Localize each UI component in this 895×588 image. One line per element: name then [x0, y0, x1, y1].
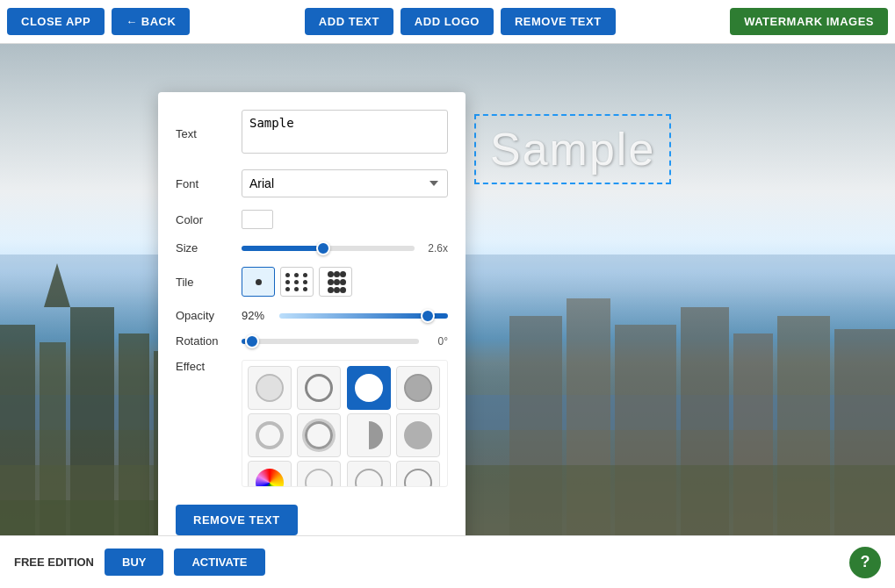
effect-medium-ring-icon — [355, 469, 383, 487]
effect-outline-icon — [305, 374, 333, 402]
rotation-slider-thumb — [245, 334, 259, 348]
close-app-button[interactable]: CLOSE APP — [7, 8, 105, 35]
rotation-label: Rotation — [176, 334, 233, 348]
opacity-control: 92% — [242, 309, 448, 322]
color-row: Color — [176, 210, 448, 229]
effect-half-icon — [355, 421, 383, 449]
size-slider-thumb — [316, 241, 330, 255]
help-button[interactable]: ? — [849, 547, 881, 578]
remove-text-panel-button[interactable]: REMOVE TEXT — [176, 505, 298, 535]
effect-none-icon — [256, 374, 284, 402]
rotation-control: 0° — [242, 335, 448, 348]
watermark-preview[interactable]: Sample — [474, 114, 671, 184]
back-button[interactable]: ← BACK — [112, 8, 190, 35]
tile-large-button[interactable] — [319, 267, 352, 297]
add-logo-button[interactable]: ADD LOGO — [401, 8, 494, 35]
size-slider-container: 2.6x — [242, 242, 448, 255]
buy-button[interactable]: BUY — [105, 549, 163, 576]
font-control: Arial Times New Roman Helvetica Georgia … — [242, 169, 448, 197]
single-dot-icon — [256, 279, 262, 285]
toolbar-center-group: ADD TEXT ADD LOGO REMOVE TEXT — [305, 8, 616, 35]
tile-options — [242, 267, 352, 297]
effect-large-ring[interactable] — [396, 461, 440, 487]
opacity-label: Opacity — [176, 309, 233, 322]
color-label: Color — [176, 213, 233, 226]
text-input[interactable]: Sample — [242, 110, 448, 154]
font-row: Font Arial Times New Roman Helvetica Geo… — [176, 169, 448, 197]
remove-text-button[interactable]: REMOVE TEXT — [501, 8, 616, 35]
effect-row: Effect — [176, 360, 448, 487]
effect-thin-ring[interactable] — [297, 461, 341, 487]
opacity-slider-thumb — [421, 309, 435, 323]
effect-large-ring-icon — [404, 469, 432, 487]
tile-medium-button[interactable] — [280, 267, 314, 297]
effect-gray[interactable] — [396, 413, 440, 457]
effect-ring-icon — [256, 421, 284, 449]
effect-none[interactable] — [248, 366, 292, 410]
activate-button[interactable]: ACTIVATE — [174, 549, 264, 576]
rotation-row: Rotation 0° — [176, 334, 448, 348]
effect-thin-ring-icon — [305, 469, 333, 487]
effect-color-icon — [256, 469, 284, 487]
effect-solid-icon — [404, 374, 432, 402]
opacity-value: 92% — [242, 309, 272, 322]
medium-dots-icon — [285, 273, 309, 291]
size-label: Size — [176, 241, 233, 255]
opacity-row: Opacity 92% — [176, 309, 448, 322]
watermark-text: Sample — [490, 124, 655, 175]
toolbar: CLOSE APP ← BACK ADD TEXT ADD LOGO REMOV… — [0, 0, 895, 44]
main-canvas: Sample Text Sample Font Arial Times New … — [0, 44, 895, 535]
effect-filled-icon — [355, 374, 383, 402]
color-swatch[interactable] — [242, 210, 273, 229]
effect-solid[interactable] — [396, 366, 440, 410]
effect-grid — [242, 361, 447, 487]
watermark-images-button[interactable]: WATERMARK IMAGES — [730, 8, 888, 35]
tile-label: Tile — [176, 276, 233, 289]
size-value: 2.6x — [422, 242, 448, 255]
size-slider-track[interactable] — [242, 246, 415, 251]
tile-single-button[interactable] — [242, 267, 275, 297]
font-label: Font — [176, 177, 233, 190]
opacity-slider-track[interactable] — [279, 313, 448, 319]
effect-grid-container[interactable] — [242, 360, 448, 487]
effect-medium-ring[interactable] — [347, 461, 391, 487]
effect-half[interactable] — [347, 413, 391, 457]
edition-label: FREE EDITION — [14, 556, 94, 569]
color-control — [242, 210, 273, 229]
tile-row: Tile — [176, 267, 448, 297]
effect-label: Effect — [176, 360, 233, 373]
text-control: Sample — [242, 110, 448, 157]
rotation-slider-track[interactable] — [242, 339, 419, 344]
rotation-value: 0° — [426, 335, 448, 348]
effect-filled[interactable] — [347, 366, 391, 410]
effect-outline[interactable] — [297, 366, 341, 410]
effect-gray-icon — [404, 421, 432, 449]
add-text-button[interactable]: ADD TEXT — [305, 8, 393, 35]
font-select[interactable]: Arial Times New Roman Helvetica Georgia … — [242, 169, 448, 197]
effect-double-ring-icon — [305, 421, 333, 449]
text-label: Text — [176, 127, 233, 140]
large-dots-icon — [328, 271, 344, 293]
text-row: Text Sample — [176, 110, 448, 157]
settings-panel: Text Sample Font Arial Times New Roman H… — [158, 92, 466, 535]
footer: FREE EDITION BUY ACTIVATE ? — [0, 535, 895, 588]
effect-color[interactable] — [248, 461, 292, 487]
effect-double-ring[interactable] — [297, 413, 341, 457]
size-row: Size 2.6x — [176, 241, 448, 255]
effect-ring[interactable] — [248, 413, 292, 457]
